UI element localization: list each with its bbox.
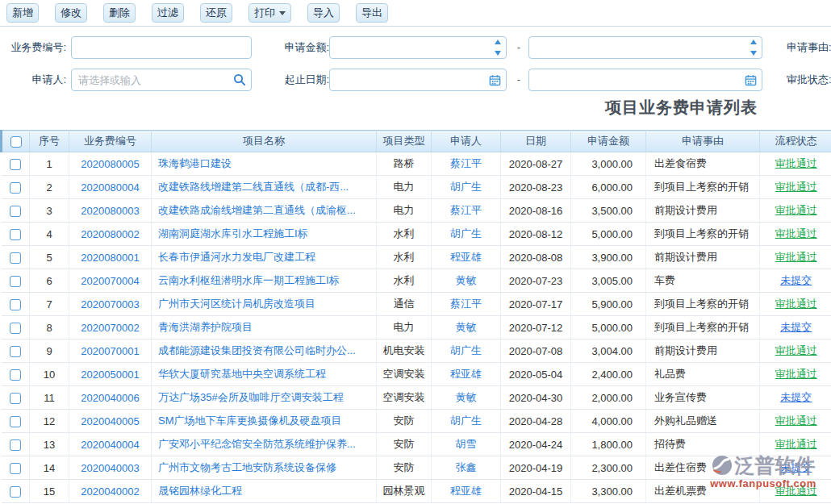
status-link[interactable]: 审批通过 [775,414,817,427]
applicant-link[interactable]: 胡广生 [450,414,482,427]
search-icon[interactable] [232,73,247,87]
fee-no-link[interactable]: 2020070003 [81,298,139,310]
applicant-link[interactable]: 程亚雄 [450,251,482,263]
project-link[interactable]: 珠海鹤港口建设 [158,157,232,169]
fee-no-link[interactable]: 2020070002 [81,322,139,334]
project-link[interactable]: 成都能源建设集团投资有限公司临时办公... [158,344,356,356]
restore-button[interactable]: 还原 [200,3,232,23]
applicant-link[interactable]: 黄敏 [456,274,477,286]
applicant-link[interactable]: 蔡江平 [450,298,482,310]
status-link[interactable]: 未提交 [780,461,812,473]
status-link[interactable]: 未提交 [780,321,812,333]
fee-no-link[interactable]: 2020080001 [81,252,139,264]
project-link[interactable]: 云南水利枢纽潜明水库一期工程施工I标 [158,274,340,286]
spinner-down-icon[interactable] [495,51,501,56]
status-link[interactable]: 审批通过 [775,368,817,380]
project-link[interactable]: SM广场地下车库更换摄像机及硬盘项目 [158,414,342,427]
amount-to-spinner[interactable] [750,40,757,56]
row-checkbox[interactable] [10,182,21,194]
status-link[interactable]: 审批通过 [775,157,817,169]
fee-no-link[interactable]: 2020080002 [81,228,139,240]
applicant-link[interactable]: 胡雪 [456,438,477,450]
row-checkbox[interactable] [10,159,21,170]
amount-from-spinner[interactable] [494,40,501,56]
row-checkbox[interactable] [10,416,21,427]
row-checkbox[interactable] [10,486,21,498]
amount-to-input[interactable] [528,36,762,59]
row-checkbox[interactable] [10,206,21,217]
date-to-input[interactable] [528,69,762,91]
row-checkbox[interactable] [10,229,21,240]
status-link[interactable]: 审批通过 [775,204,817,216]
project-link[interactable]: 广州市天河区统计局机房改造项目 [158,298,315,310]
project-link[interactable]: 长春市伊通河水力发电厂改建工程 [158,251,315,263]
status-link[interactable]: 审批通过 [775,438,817,450]
project-link[interactable]: 广州市文物考古工地安防系统设备保修 [158,461,336,473]
fee-no-link[interactable]: 2020080005 [81,158,139,170]
applicant-link[interactable]: 黄敏 [456,321,477,333]
edit-button[interactable]: 修改 [55,3,87,23]
select-all-checkbox[interactable] [10,136,22,148]
fee-no-link[interactable]: 2020080004 [81,181,139,194]
status-link[interactable]: 审批通过 [775,227,817,240]
status-link[interactable]: 审批通过 [775,181,817,193]
add-button[interactable]: 新增 [6,3,39,23]
fee-no-link[interactable]: 2020040003 [81,462,139,474]
project-link[interactable]: 改建铁路成渝线增建第二直通线（成渝枢... [158,204,356,216]
spinner-up-icon[interactable] [750,40,757,44]
project-link[interactable]: 湖南洞庭湖水库引水工程施工I标 [158,227,308,240]
row-checkbox[interactable] [10,252,21,264]
project-link[interactable]: 万达广场35#会所及咖啡厅空调安装工程 [158,391,344,403]
applicant-link[interactable]: 胡广生 [450,344,482,356]
applicant-link[interactable]: 黄敏 [456,391,477,403]
status-link[interactable]: 审批通过 [775,485,817,497]
row-checkbox[interactable] [10,439,21,451]
filter-button[interactable]: 过滤 [152,3,184,23]
print-button[interactable]: 打印 [248,3,291,23]
fee-no-link[interactable]: 2020040002 [81,485,139,498]
project-link[interactable]: 晟铭园林绿化工程 [158,485,242,497]
date-from-input[interactable] [329,69,507,91]
status-link[interactable]: 审批通过 [775,298,817,310]
fee-no-link[interactable]: 2020080003 [81,205,139,217]
status-link[interactable]: 审批通过 [775,344,817,356]
row-checkbox[interactable] [10,276,21,287]
applicant-link[interactable]: 蔡江平 [450,157,482,169]
row-checkbox[interactable] [10,369,21,381]
import-button[interactable]: 导入 [307,3,340,23]
applicant-link[interactable]: 程亚雄 [450,368,482,380]
project-link[interactable]: 广安邓小平纪念馆安全防范系统维护保养... [158,438,356,450]
status-link[interactable]: 未提交 [780,274,812,286]
status-link[interactable]: 审批通过 [775,251,817,263]
row-checkbox[interactable] [10,463,21,474]
project-link[interactable]: 改建铁路线增建第二线直通线（成都-西... [158,181,349,193]
fee-no-input[interactable] [71,36,252,59]
row-checkbox[interactable] [10,346,21,357]
delete-button[interactable]: 删除 [103,3,136,23]
row-checkbox[interactable] [10,323,21,334]
index-cell: 9 [30,339,69,363]
applicant-link[interactable]: 程亚雄 [450,485,482,497]
fee-no-link[interactable]: 2020040004 [81,439,139,451]
applicant-link[interactable]: 胡广生 [450,181,482,193]
spinner-down-icon[interactable] [750,51,757,56]
project-link[interactable]: 华软大厦研究基地中央空调系统工程 [158,368,326,380]
fee-no-link[interactable]: 2020050001 [81,369,139,381]
applicant-link[interactable]: 胡广生 [450,227,482,240]
amount-from-input[interactable] [329,36,507,59]
applicant-link[interactable]: 张鑫 [456,461,477,473]
fee-no-link[interactable]: 2020040005 [81,415,139,427]
row-checkbox[interactable] [10,393,21,404]
applicant-input[interactable] [71,69,252,91]
spinner-up-icon[interactable] [495,40,501,44]
fee-no-link[interactable]: 2020040006 [81,392,139,404]
project-link[interactable]: 青海洪湖养护院项目 [158,321,253,333]
export-button[interactable]: 导出 [356,3,388,23]
fee-no-link[interactable]: 2020070001 [81,345,139,357]
calendar-icon[interactable] [487,73,502,87]
fee-no-link[interactable]: 2020070004 [81,275,139,287]
calendar-icon[interactable] [743,73,758,87]
status-link[interactable]: 未提交 [780,391,812,403]
applicant-link[interactable]: 蔡江平 [450,204,482,216]
row-checkbox[interactable] [10,299,21,310]
